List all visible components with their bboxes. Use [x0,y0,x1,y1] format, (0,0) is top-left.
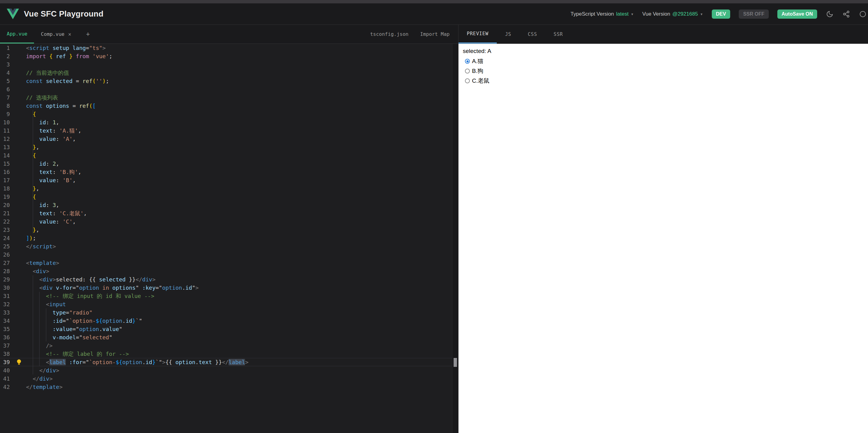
line-number: 36 [0,333,10,341]
radio-input-checked[interactable] [465,59,470,64]
code-text: value: 'B', [26,177,76,183]
vue-version-label: Vue Version [642,11,670,17]
code-text: <div v-for="option in options" :key="opt… [26,284,199,291]
file-tab-app-vue[interactable]: App.vue [0,25,34,43]
code-text: <!-- 绑定 label 的 for --> [26,351,129,357]
code-line[interactable]: 26 [0,250,458,259]
radio-input[interactable] [465,69,470,73]
code-line[interactable]: 7// 选项列表 [0,93,458,102]
vue-version-select[interactable]: Vue Version @2921685 ▼ [642,11,703,17]
code-line[interactable]: 16 text: 'B.狗', [0,168,458,176]
output-tab-js[interactable]: JS [497,25,520,43]
scrollbar-marker[interactable] [454,358,457,367]
radio-label[interactable]: C.老鼠 [472,77,490,85]
code-line[interactable]: 30 <div v-for="option in options" :key="… [0,284,458,292]
radio-label[interactable]: B.狗 [472,67,483,75]
code-text: <!-- 绑定 input 的 id 和 value --> [26,293,154,299]
code-editor[interactable]: 1<script setup lang="ts">2import { ref }… [0,44,458,433]
code-text: }, [26,226,39,233]
code-line[interactable]: 32 <input [0,300,458,308]
code-text: <div>selected: {{ selected }}</div> [26,276,156,283]
code-lines: 1<script setup lang="ts">2import { ref }… [0,44,458,391]
add-file-button[interactable]: + [78,25,98,43]
code-line[interactable]: 21 text: 'C.老鼠', [0,209,458,217]
code-line[interactable]: 3 [0,60,458,69]
line-number: 38 [0,350,10,358]
output-tab-ssr[interactable]: SSR [546,25,571,43]
code-line[interactable]: 20 id: 3, [0,201,458,209]
code-line[interactable]: 2import { ref } from 'vue'; [0,52,458,60]
output-tab-preview[interactable]: PREVIEW [459,25,497,43]
config-tab-tsconfig-json[interactable]: tsconfig.json [370,31,408,37]
code-text: text: 'C.老鼠', [26,210,87,216]
line-number: 42 [0,383,10,391]
line-number: 41 [0,374,10,383]
app-header: Vue SFC Playground TypeScript Version la… [0,3,868,25]
code-line[interactable]: 1<script setup lang="ts"> [0,44,458,52]
autosave-toggle-button[interactable]: AutoSave ON [777,9,817,19]
editor-scrollbar[interactable] [452,44,458,433]
preview-radio-list: A.猫B.狗C.老鼠 [462,56,864,86]
code-line[interactable]: 12 value: 'A', [0,135,458,143]
ssr-toggle-button[interactable]: SSR OFF [739,9,769,19]
file-tab-label: App.vue [7,31,27,37]
code-line[interactable]: 17 value: 'B', [0,176,458,184]
line-number: 15 [0,159,10,168]
code-text: id: 3, [26,202,59,208]
code-line[interactable]: 6 [0,85,458,93]
code-line[interactable]: 31 <!-- 绑定 input 的 id 和 value --> [0,292,458,300]
code-text: </div> [26,367,59,374]
line-number: 18 [0,184,10,193]
code-line[interactable]: 8const options = ref([ [0,102,458,110]
code-line[interactable]: 22 value: 'C', [0,217,458,226]
config-tab-import-map[interactable]: Import Map [420,31,450,37]
code-line[interactable]: 40 </div> [0,366,458,374]
code-line[interactable]: 14 { [0,151,458,159]
share-icon[interactable] [842,10,850,18]
code-line[interactable]: 23 }, [0,226,458,234]
code-line[interactable]: 5const selected = ref(''); [0,77,458,85]
code-line[interactable]: 13 }, [0,143,458,151]
code-line[interactable]: 39 <label :for="`option-${option.id}`">{… [0,358,458,366]
code-line[interactable]: 9 { [0,110,458,118]
code-line[interactable]: 25</script> [0,242,458,250]
radio-input[interactable] [465,79,470,83]
file-tab-comp-vue[interactable]: Comp.vue× [34,25,78,43]
code-line[interactable]: 15 id: 2, [0,159,458,168]
code-line[interactable]: 10 id: 1, [0,118,458,126]
code-line[interactable]: 33 type="radio" [0,308,458,317]
code-line[interactable]: 4// 当前选中的值 [0,69,458,77]
code-line[interactable]: 28 <div> [0,267,458,275]
code-line[interactable]: 27<template> [0,259,458,267]
code-text: <label :for="`option-${option.id}`">{{ o… [26,359,248,365]
code-line[interactable]: 35 :value="option.value" [0,325,458,333]
line-number: 3 [0,60,10,69]
code-text: value: 'A', [26,136,76,142]
typescript-version-select[interactable]: TypeScript Version latest ▼ [570,11,634,17]
close-tab-icon[interactable]: × [68,31,71,37]
download-icon[interactable] [859,10,867,18]
line-number: 29 [0,275,10,284]
file-tab-label: Comp.vue [41,31,64,37]
code-line[interactable]: 37 /> [0,341,458,350]
code-line[interactable]: 38 <!-- 绑定 label 的 for --> [0,350,458,358]
radio-label[interactable]: A.猫 [472,57,483,65]
moon-icon[interactable] [826,10,834,18]
code-text: }, [26,144,39,150]
output-tab-css[interactable]: CSS [520,25,545,43]
code-line[interactable]: 24]); [0,234,458,242]
code-line[interactable]: 36 v-model="selected" [0,333,458,341]
line-number: 8 [0,102,10,110]
code-line[interactable]: 34 :id="`option-${option.id}`" [0,317,458,325]
code-line[interactable]: 29 <div>selected: {{ selected }}</div> [0,275,458,284]
code-line[interactable]: 41 </div> [0,374,458,383]
code-text: <script setup lang="ts"> [26,45,106,51]
dev-toggle-button[interactable]: DEV [712,9,731,19]
code-line[interactable]: 18 }, [0,184,458,193]
code-line[interactable]: 42</template> [0,383,458,391]
code-line[interactable]: 11 text: 'A.猫', [0,126,458,135]
lightbulb-icon[interactable] [16,359,22,365]
typescript-version-value: latest [616,11,629,17]
code-line[interactable]: 19 { [0,193,458,201]
code-text: text: 'B.狗', [26,169,82,175]
